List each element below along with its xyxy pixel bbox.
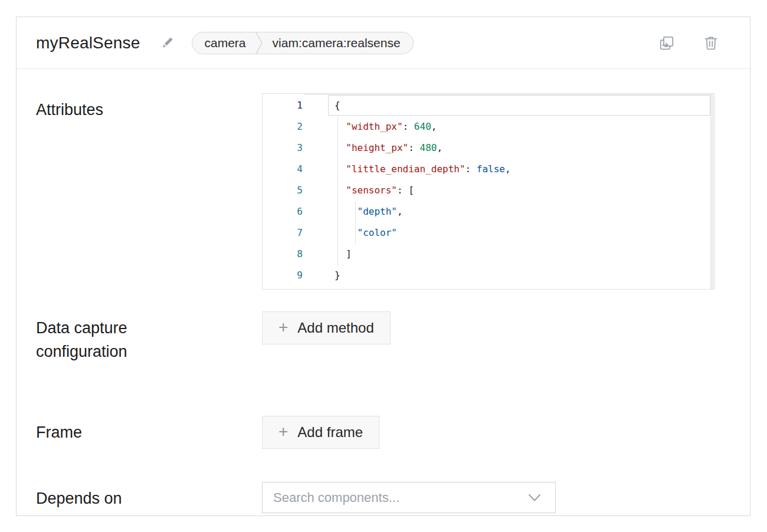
code-line[interactable]: "little_endian_depth": false, — [335, 159, 714, 180]
line-number: 8 — [263, 244, 304, 265]
chevron-right-icon — [255, 32, 264, 54]
duplicate-button[interactable] — [658, 34, 676, 52]
depends-on-select[interactable] — [262, 482, 556, 513]
delete-button[interactable] — [702, 34, 720, 52]
component-card-body: Attributes 123456789 { "width_px": 640, … — [17, 69, 750, 513]
data-capture-row: Data capture configuration + Add method — [36, 311, 730, 363]
line-number: 7 — [263, 222, 304, 244]
chevron-down-icon[interactable] — [528, 493, 541, 502]
code-line[interactable]: "color" — [335, 222, 714, 244]
code-line[interactable]: "height_px": 480, — [335, 137, 714, 159]
component-type-badge: camera viam:camera:realsense — [192, 32, 414, 54]
component-type: camera — [205, 36, 246, 50]
line-number: 2 — [263, 116, 304, 137]
code-line[interactable]: { — [335, 95, 714, 116]
component-name: myRealSense — [36, 34, 140, 52]
code-line[interactable]: "depth", — [335, 201, 714, 222]
component-model: viam:camera:realsense — [273, 36, 401, 50]
component-card-header: myRealSense camera viam:camera:realsense — [17, 17, 750, 69]
editor-scrollbar[interactable] — [710, 94, 714, 289]
attributes-json-editor[interactable]: 123456789 { "width_px": 640, "height_px"… — [262, 93, 714, 290]
line-number: 9 — [263, 265, 304, 286]
line-number: 3 — [263, 137, 304, 159]
attributes-row: Attributes 123456789 { "width_px": 640, … — [36, 93, 730, 290]
plus-icon: + — [278, 423, 288, 440]
editor-content[interactable]: { "width_px": 640, "height_px": 480, "li… — [304, 94, 714, 289]
code-line[interactable]: } — [335, 265, 714, 286]
add-frame-button[interactable]: + Add frame — [262, 416, 379, 449]
code-line[interactable]: ] — [335, 244, 714, 265]
add-method-button[interactable]: + Add method — [262, 311, 391, 344]
search-components-input[interactable] — [263, 482, 555, 513]
duplicate-icon — [658, 34, 676, 52]
data-capture-label: Data capture configuration — [36, 311, 262, 363]
line-number: 4 — [263, 159, 304, 180]
plus-icon: + — [278, 319, 288, 336]
attributes-label: Attributes — [36, 93, 262, 121]
frame-row: Frame + Add frame — [36, 416, 730, 449]
depends-on-row: Depends on — [36, 482, 730, 513]
line-number: 5 — [263, 180, 304, 201]
header-actions — [658, 34, 720, 52]
depends-on-label: Depends on — [36, 482, 262, 510]
frame-label: Frame — [36, 416, 262, 444]
trash-icon — [702, 34, 720, 52]
code-line[interactable]: "width_px": 640, — [335, 116, 714, 137]
add-frame-label: Add frame — [297, 424, 363, 441]
add-method-label: Add method — [297, 320, 373, 336]
rename-button[interactable] — [158, 34, 176, 52]
line-number: 1 — [263, 95, 304, 116]
component-card: myRealSense camera viam:camera:realsense — [16, 17, 750, 516]
line-number: 6 — [263, 201, 304, 222]
editor-gutter: 123456789 — [263, 94, 304, 289]
code-line[interactable]: "sensors": [ — [335, 180, 714, 201]
pencil-icon — [158, 34, 176, 52]
